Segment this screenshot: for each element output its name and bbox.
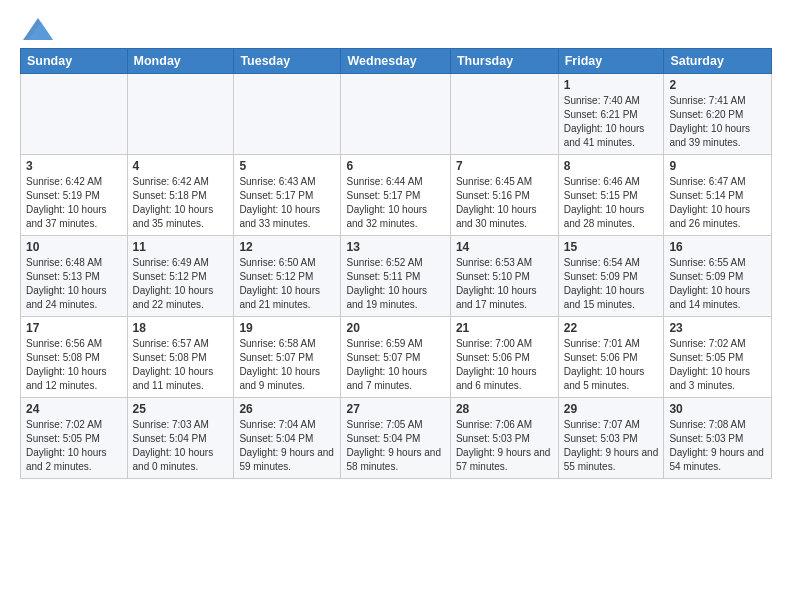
calendar-cell: 3Sunrise: 6:42 AM Sunset: 5:19 PM Daylig… [21, 155, 128, 236]
day-number: 21 [456, 321, 553, 335]
calendar-cell: 11Sunrise: 6:49 AM Sunset: 5:12 PM Dayli… [127, 236, 234, 317]
logo [20, 18, 53, 40]
week-row-2: 3Sunrise: 6:42 AM Sunset: 5:19 PM Daylig… [21, 155, 772, 236]
calendar-cell: 26Sunrise: 7:04 AM Sunset: 5:04 PM Dayli… [234, 398, 341, 479]
weekday-header-row: SundayMondayTuesdayWednesdayThursdayFrid… [21, 49, 772, 74]
day-number: 14 [456, 240, 553, 254]
day-info: Sunrise: 7:40 AM Sunset: 6:21 PM Dayligh… [564, 94, 659, 150]
day-info: Sunrise: 6:49 AM Sunset: 5:12 PM Dayligh… [133, 256, 229, 312]
day-number: 18 [133, 321, 229, 335]
calendar-cell: 4Sunrise: 6:42 AM Sunset: 5:18 PM Daylig… [127, 155, 234, 236]
day-number: 8 [564, 159, 659, 173]
calendar-cell: 22Sunrise: 7:01 AM Sunset: 5:06 PM Dayli… [558, 317, 664, 398]
weekday-header-thursday: Thursday [450, 49, 558, 74]
calendar-cell: 8Sunrise: 6:46 AM Sunset: 5:15 PM Daylig… [558, 155, 664, 236]
day-number: 23 [669, 321, 766, 335]
calendar-cell: 30Sunrise: 7:08 AM Sunset: 5:03 PM Dayli… [664, 398, 772, 479]
day-number: 3 [26, 159, 122, 173]
calendar-cell [450, 74, 558, 155]
calendar-cell: 27Sunrise: 7:05 AM Sunset: 5:04 PM Dayli… [341, 398, 450, 479]
calendar-cell: 5Sunrise: 6:43 AM Sunset: 5:17 PM Daylig… [234, 155, 341, 236]
week-row-5: 24Sunrise: 7:02 AM Sunset: 5:05 PM Dayli… [21, 398, 772, 479]
calendar-cell: 16Sunrise: 6:55 AM Sunset: 5:09 PM Dayli… [664, 236, 772, 317]
calendar-cell: 25Sunrise: 7:03 AM Sunset: 5:04 PM Dayli… [127, 398, 234, 479]
day-info: Sunrise: 6:59 AM Sunset: 5:07 PM Dayligh… [346, 337, 444, 393]
day-number: 5 [239, 159, 335, 173]
day-number: 16 [669, 240, 766, 254]
weekday-header-friday: Friday [558, 49, 664, 74]
calendar-cell: 12Sunrise: 6:50 AM Sunset: 5:12 PM Dayli… [234, 236, 341, 317]
day-info: Sunrise: 7:05 AM Sunset: 5:04 PM Dayligh… [346, 418, 444, 474]
day-number: 12 [239, 240, 335, 254]
calendar-cell: 15Sunrise: 6:54 AM Sunset: 5:09 PM Dayli… [558, 236, 664, 317]
day-number: 26 [239, 402, 335, 416]
day-info: Sunrise: 6:44 AM Sunset: 5:17 PM Dayligh… [346, 175, 444, 231]
calendar-cell: 28Sunrise: 7:06 AM Sunset: 5:03 PM Dayli… [450, 398, 558, 479]
day-info: Sunrise: 6:45 AM Sunset: 5:16 PM Dayligh… [456, 175, 553, 231]
calendar: SundayMondayTuesdayWednesdayThursdayFrid… [20, 48, 772, 479]
day-info: Sunrise: 6:46 AM Sunset: 5:15 PM Dayligh… [564, 175, 659, 231]
page: SundayMondayTuesdayWednesdayThursdayFrid… [0, 0, 792, 489]
calendar-cell: 10Sunrise: 6:48 AM Sunset: 5:13 PM Dayli… [21, 236, 128, 317]
day-info: Sunrise: 7:02 AM Sunset: 5:05 PM Dayligh… [669, 337, 766, 393]
calendar-cell: 29Sunrise: 7:07 AM Sunset: 5:03 PM Dayli… [558, 398, 664, 479]
weekday-header-tuesday: Tuesday [234, 49, 341, 74]
calendar-cell: 17Sunrise: 6:56 AM Sunset: 5:08 PM Dayli… [21, 317, 128, 398]
day-number: 24 [26, 402, 122, 416]
calendar-cell: 6Sunrise: 6:44 AM Sunset: 5:17 PM Daylig… [341, 155, 450, 236]
calendar-cell: 24Sunrise: 7:02 AM Sunset: 5:05 PM Dayli… [21, 398, 128, 479]
day-info: Sunrise: 6:48 AM Sunset: 5:13 PM Dayligh… [26, 256, 122, 312]
day-number: 15 [564, 240, 659, 254]
day-info: Sunrise: 7:02 AM Sunset: 5:05 PM Dayligh… [26, 418, 122, 474]
day-number: 2 [669, 78, 766, 92]
calendar-cell: 13Sunrise: 6:52 AM Sunset: 5:11 PM Dayli… [341, 236, 450, 317]
calendar-cell [127, 74, 234, 155]
calendar-cell: 9Sunrise: 6:47 AM Sunset: 5:14 PM Daylig… [664, 155, 772, 236]
day-number: 13 [346, 240, 444, 254]
day-info: Sunrise: 7:41 AM Sunset: 6:20 PM Dayligh… [669, 94, 766, 150]
calendar-cell [21, 74, 128, 155]
calendar-cell: 14Sunrise: 6:53 AM Sunset: 5:10 PM Dayli… [450, 236, 558, 317]
day-info: Sunrise: 6:58 AM Sunset: 5:07 PM Dayligh… [239, 337, 335, 393]
weekday-header-sunday: Sunday [21, 49, 128, 74]
calendar-cell [234, 74, 341, 155]
day-info: Sunrise: 6:53 AM Sunset: 5:10 PM Dayligh… [456, 256, 553, 312]
day-info: Sunrise: 6:42 AM Sunset: 5:19 PM Dayligh… [26, 175, 122, 231]
day-info: Sunrise: 7:00 AM Sunset: 5:06 PM Dayligh… [456, 337, 553, 393]
day-number: 1 [564, 78, 659, 92]
calendar-cell: 20Sunrise: 6:59 AM Sunset: 5:07 PM Dayli… [341, 317, 450, 398]
weekday-header-wednesday: Wednesday [341, 49, 450, 74]
calendar-cell: 7Sunrise: 6:45 AM Sunset: 5:16 PM Daylig… [450, 155, 558, 236]
week-row-4: 17Sunrise: 6:56 AM Sunset: 5:08 PM Dayli… [21, 317, 772, 398]
day-info: Sunrise: 6:57 AM Sunset: 5:08 PM Dayligh… [133, 337, 229, 393]
day-number: 11 [133, 240, 229, 254]
calendar-cell: 23Sunrise: 7:02 AM Sunset: 5:05 PM Dayli… [664, 317, 772, 398]
day-info: Sunrise: 6:47 AM Sunset: 5:14 PM Dayligh… [669, 175, 766, 231]
day-number: 22 [564, 321, 659, 335]
day-number: 28 [456, 402, 553, 416]
calendar-cell: 21Sunrise: 7:00 AM Sunset: 5:06 PM Dayli… [450, 317, 558, 398]
calendar-cell: 18Sunrise: 6:57 AM Sunset: 5:08 PM Dayli… [127, 317, 234, 398]
day-info: Sunrise: 7:06 AM Sunset: 5:03 PM Dayligh… [456, 418, 553, 474]
logo-icon [23, 18, 53, 40]
calendar-cell: 19Sunrise: 6:58 AM Sunset: 5:07 PM Dayli… [234, 317, 341, 398]
day-number: 30 [669, 402, 766, 416]
day-number: 19 [239, 321, 335, 335]
day-info: Sunrise: 7:08 AM Sunset: 5:03 PM Dayligh… [669, 418, 766, 474]
calendar-cell: 2Sunrise: 7:41 AM Sunset: 6:20 PM Daylig… [664, 74, 772, 155]
week-row-1: 1Sunrise: 7:40 AM Sunset: 6:21 PM Daylig… [21, 74, 772, 155]
day-info: Sunrise: 6:42 AM Sunset: 5:18 PM Dayligh… [133, 175, 229, 231]
day-info: Sunrise: 6:55 AM Sunset: 5:09 PM Dayligh… [669, 256, 766, 312]
day-info: Sunrise: 6:50 AM Sunset: 5:12 PM Dayligh… [239, 256, 335, 312]
day-number: 17 [26, 321, 122, 335]
day-info: Sunrise: 6:52 AM Sunset: 5:11 PM Dayligh… [346, 256, 444, 312]
day-info: Sunrise: 6:54 AM Sunset: 5:09 PM Dayligh… [564, 256, 659, 312]
day-number: 27 [346, 402, 444, 416]
day-number: 25 [133, 402, 229, 416]
day-number: 9 [669, 159, 766, 173]
day-number: 4 [133, 159, 229, 173]
weekday-header-saturday: Saturday [664, 49, 772, 74]
weekday-header-monday: Monday [127, 49, 234, 74]
day-number: 20 [346, 321, 444, 335]
calendar-cell [341, 74, 450, 155]
